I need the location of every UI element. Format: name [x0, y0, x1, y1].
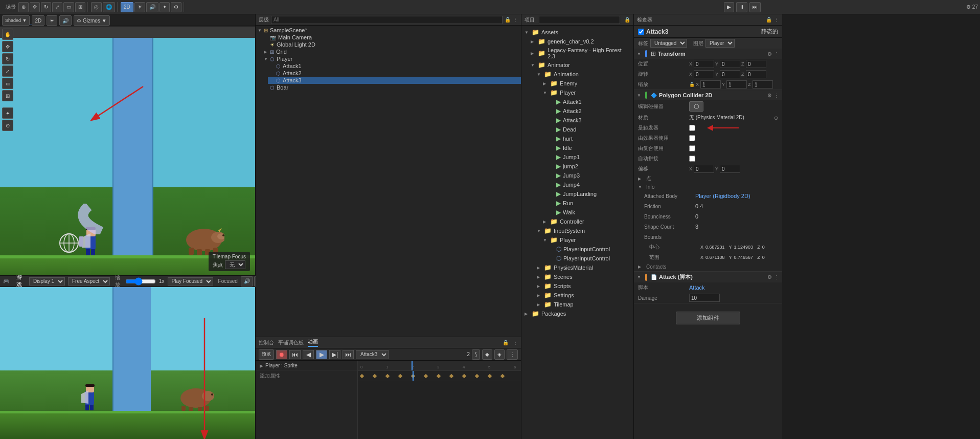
poly-dots[interactable]: ⋮	[774, 93, 779, 98]
project-search[interactable]	[539, 16, 620, 24]
pos-y-input[interactable]	[720, 60, 740, 68]
proj-attack1-anim[interactable]: ▶ Attack1	[546, 97, 633, 106]
points-header[interactable]: 点	[634, 174, 782, 183]
proj-player-anim[interactable]: ▼ 📁 Player	[540, 88, 633, 97]
hand-tool[interactable]: ✋	[2, 29, 13, 40]
rect-scene-tool[interactable]: ▭	[2, 78, 13, 89]
proj-jump2-anim[interactable]: ▶ jump2	[546, 162, 633, 171]
anim-keyframe-btn[interactable]: ◈	[494, 349, 505, 360]
play-btn[interactable]: ▶	[724, 2, 734, 12]
offset-y-input[interactable]	[720, 165, 740, 173]
proj-jumplanding-anim[interactable]: ▶ JumpLanding	[546, 189, 633, 199]
rotate-tool[interactable]: ↻	[41, 2, 51, 12]
rot-x-input[interactable]	[694, 70, 714, 78]
audio-scene-btn[interactable]: 🔊	[59, 15, 72, 26]
play-mode-select[interactable]: Play Focused	[168, 277, 213, 286]
animation-tab-active[interactable]: 动画	[308, 338, 318, 347]
proj-hurt-anim[interactable]: ▶ hurt	[546, 134, 633, 143]
scale-slider[interactable]	[125, 278, 156, 284]
scale-z-input[interactable]	[753, 80, 773, 89]
anim-timeline[interactable]: 0 1 2 3 4 5 6	[358, 361, 521, 439]
contacts-header[interactable]: Contacts	[634, 262, 782, 271]
proj-tilemap[interactable]: ▶ 📁 Tilemap	[534, 300, 633, 309]
layer-select[interactable]: Player	[705, 39, 735, 48]
move-scene-tool[interactable]: ✥	[2, 41, 13, 52]
transform-cog[interactable]: ⚙	[767, 51, 772, 57]
display-select[interactable]: Display 1	[29, 277, 65, 286]
all-scene-tool[interactable]: ⊞	[2, 90, 13, 101]
gizmos-btn[interactable]: ⚙	[171, 2, 181, 12]
proj-generic[interactable]: ▶ 📁 generic_char_v0.2	[528, 37, 633, 46]
attached-body-value[interactable]: Player (Rigidbody 2D)	[695, 193, 750, 199]
anim-next-btn[interactable]: ▶|	[329, 350, 340, 359]
focus-dropdown[interactable]: 无	[225, 260, 245, 269]
anim-clip-select[interactable]: Attack3	[356, 350, 389, 359]
proj-packages[interactable]: ▶ 📁 Packages	[521, 309, 633, 318]
aspect-select[interactable]: Free Aspect	[68, 277, 110, 286]
add-property-btn[interactable]: 添加属性	[256, 371, 357, 381]
scale-x-input[interactable]	[700, 80, 721, 89]
tree-item-attack3[interactable]: ⬡ Attack3	[268, 77, 521, 84]
proj-attack3-anim[interactable]: ▶ Attack3	[546, 116, 633, 125]
custom-tool[interactable]: ✦	[2, 107, 13, 119]
move-tool[interactable]: ✥	[30, 2, 40, 12]
palette-tab[interactable]: 平铺调色板	[278, 339, 304, 346]
proj-jump1-anim[interactable]: ▶ Jump1	[546, 152, 633, 162]
rot-z-input[interactable]	[746, 70, 766, 78]
proj-animator[interactable]: ▼ 📁 Animator	[528, 60, 633, 70]
proj-scenes[interactable]: ▶ 📁 Scenes	[534, 272, 633, 281]
effect-checkbox[interactable]	[689, 135, 695, 141]
proj-run-anim[interactable]: ▶ Run	[546, 199, 633, 208]
gizmos-scene-btn[interactable]: ⚙ Gizmos ▼	[74, 15, 109, 26]
console-tab[interactable]: 控制台	[259, 339, 274, 346]
proj-animation[interactable]: ▼ 📁 Animation	[534, 70, 633, 79]
lighting-btn[interactable]: ☀	[134, 2, 145, 12]
global-btn[interactable]: 🌐	[103, 2, 115, 12]
proj-dead-anim[interactable]: ▶ Dead	[546, 125, 633, 134]
attack-dots[interactable]: ⋮	[774, 274, 779, 280]
pos-z-input[interactable]	[746, 60, 766, 68]
pause-btn[interactable]: ⏸	[736, 2, 747, 12]
track-player-sprite[interactable]: ▶ Player : Sprite	[256, 361, 357, 371]
trigger-checkbox[interactable]	[689, 125, 695, 131]
tree-item-attack2[interactable]: ⬡ Attack2	[268, 70, 521, 77]
proj-controller[interactable]: ▶ 📁 Controller	[540, 217, 633, 226]
rect-tool[interactable]: ▭	[63, 2, 74, 12]
object-active-checkbox[interactable]	[638, 29, 644, 35]
proj-jump4-anim[interactable]: ▶ Jump4	[546, 180, 633, 189]
info-header[interactable]: Info	[634, 183, 782, 191]
anim-curves-btn[interactable]: ⟆	[472, 349, 480, 360]
proj-assets[interactable]: ▼ 📁 Assets	[521, 28, 633, 37]
material-picker[interactable]: ⊙	[774, 115, 778, 121]
proj-inputsystem[interactable]: ▼ 📁 InputSystem	[534, 226, 633, 235]
anim-prev-btn[interactable]: ◀	[303, 350, 314, 359]
tree-item-maincamera[interactable]: 📷 Main Camera	[262, 34, 521, 41]
rot-y-input[interactable]	[720, 70, 740, 78]
transform-header[interactable]: ⊞ Transform ⚙ ⋮	[634, 49, 782, 59]
proj-physicsmaterial[interactable]: ▶ 📁 PhysicsMaterial	[534, 263, 633, 272]
scale-scene-tool[interactable]: ⤢	[2, 65, 13, 77]
proj-legacy[interactable]: ▶ 📁 Legacy-Fantasy - High Forest 2.3	[528, 46, 633, 60]
lighting-scene-btn[interactable]: ☀	[47, 15, 57, 26]
proj-idle-anim[interactable]: ▶ Idle	[546, 143, 633, 152]
attack-script-header[interactable]: 📄 Attack (脚本) ⚙ ⋮	[634, 272, 782, 282]
edit-collider-btn[interactable]: ⬡	[689, 101, 703, 112]
autotiling-checkbox[interactable]	[689, 156, 695, 162]
anim-play-btn[interactable]: ▶	[316, 350, 327, 359]
tree-item-globallight[interactable]: ☀ Global Light 2D	[262, 41, 521, 48]
tree-item-grid[interactable]: ⊞ Grid	[262, 48, 521, 55]
proj-player-inp[interactable]: ▼ 📁 Player	[540, 235, 633, 245]
add-component-btn[interactable]: 添加组件	[676, 312, 740, 324]
audio-btn[interactable]: 🔊	[146, 2, 158, 12]
scale-y-input[interactable]	[726, 80, 747, 89]
mute-btn[interactable]: 🔊	[241, 276, 253, 287]
hierarchy-search[interactable]	[271, 16, 503, 24]
transform-tool[interactable]: ⊕	[18, 2, 29, 12]
polygon-collider-header[interactable]: 🔷 Polygon Collider 2D ⚙ ⋮	[634, 90, 782, 100]
proj-playerinput1[interactable]: ⬡ PlayerInputControl	[546, 245, 633, 254]
anim-settings-btn[interactable]: ⋮	[507, 349, 518, 360]
proj-walk-anim[interactable]: ▶ Walk	[546, 208, 633, 217]
pivot-btn[interactable]: ◎	[91, 2, 102, 12]
2d-scene-btn[interactable]: 2D	[32, 15, 44, 26]
proj-attack2-anim[interactable]: ▶ Attack2	[546, 106, 633, 116]
